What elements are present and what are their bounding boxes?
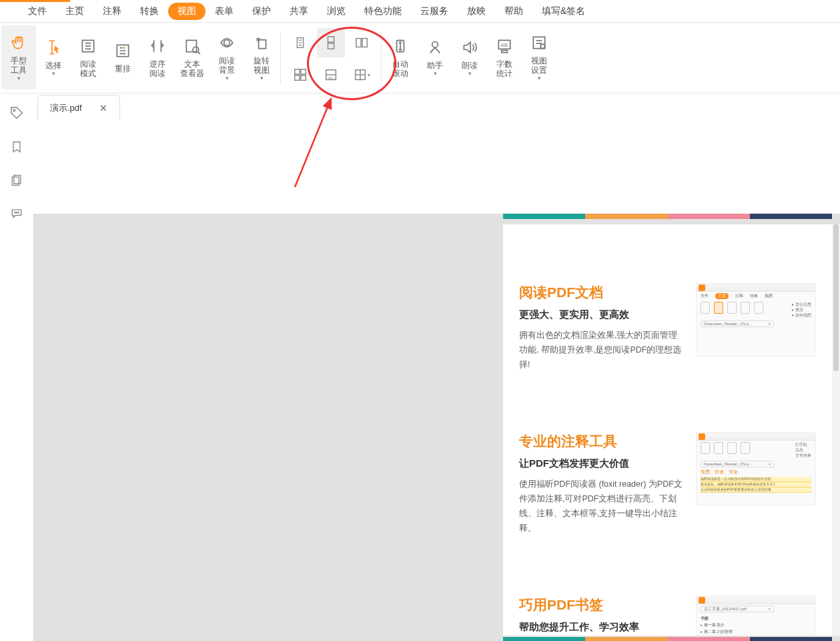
doc-section: 阅读PDF文档更强大、更实用、更高效拥有出色的文档渲染效果,强大的页面管理功能,… bbox=[519, 283, 816, 372]
section-body: 拥有出色的文档渲染效果,强大的页面管理功能, 帮助提升效率,是您阅读PDF的理想… bbox=[519, 328, 685, 372]
ribbon-label: 文本 查看器 bbox=[180, 59, 204, 78]
comment-icon[interactable] bbox=[10, 207, 23, 220]
workarea: ▶ 阅读PDF文档更强大、更实用、更高效拥有出色的文档渲染效果,强大的页面管理功… bbox=[0, 93, 840, 641]
ribbon-reflow[interactable]: 重排 bbox=[105, 25, 140, 89]
svg-rect-9 bbox=[259, 40, 266, 49]
ribbon-read-aloud[interactable]: 朗读▾ bbox=[452, 25, 487, 89]
svg-rect-33 bbox=[533, 37, 544, 48]
menu-浏览[interactable]: 浏览 bbox=[318, 1, 355, 21]
assistant-icon bbox=[426, 38, 444, 57]
svg-point-43 bbox=[18, 212, 19, 213]
ribbon-read-bg[interactable]: 阅读 背景▾ bbox=[209, 25, 244, 89]
section-subtitle: 更强大、更实用、更高效 bbox=[519, 308, 685, 321]
menu-云服务[interactable]: 云服务 bbox=[411, 1, 458, 21]
svg-point-41 bbox=[15, 212, 15, 213]
menu-放映[interactable]: 放映 bbox=[458, 1, 495, 21]
ribbon-view-settings[interactable]: 视图 设置▾ bbox=[522, 25, 556, 89]
rotate-view-icon bbox=[252, 33, 271, 52]
reflow-icon bbox=[113, 41, 132, 60]
ribbon-label: 自动 滚动 bbox=[392, 59, 408, 78]
ribbon-label: 旋转 视图 bbox=[254, 56, 270, 75]
menu-注释[interactable]: 注释 bbox=[93, 1, 131, 21]
layout-continuous[interactable] bbox=[317, 28, 345, 57]
layout-facing-cont[interactable] bbox=[286, 60, 314, 89]
page-layout-grid: Rn ▾ bbox=[282, 25, 380, 91]
svg-point-38 bbox=[13, 110, 15, 112]
page-rule-bottom bbox=[503, 637, 832, 641]
ribbon: 手型 工具▾选择▾阅读 模式重排逆序 阅读文本 查看器阅读 背景▾旋转 视图▾R… bbox=[0, 23, 840, 93]
svg-rect-17 bbox=[362, 39, 367, 47]
ribbon-label: 重排 bbox=[115, 64, 131, 73]
scrollbar-thumb[interactable] bbox=[833, 224, 839, 371]
svg-point-29 bbox=[432, 41, 438, 47]
section-title: 阅读PDF文档 bbox=[519, 283, 685, 302]
chevron-down-icon: ▾ bbox=[226, 75, 229, 81]
layout-facing[interactable] bbox=[348, 28, 376, 57]
text-viewer-icon bbox=[183, 37, 201, 55]
menu-主页[interactable]: 主页 bbox=[56, 1, 93, 21]
svg-rect-20 bbox=[295, 75, 300, 80]
ribbon-rotate-view[interactable]: 旋转 视图▾ bbox=[244, 25, 279, 89]
ribbon-auto-scroll[interactable]: 自动 滚动 bbox=[383, 25, 418, 89]
page-rule-top bbox=[503, 214, 832, 219]
ribbon-label: 阅读 背景 bbox=[219, 56, 235, 75]
svg-text:AB: AB bbox=[501, 42, 508, 48]
section-title: 专业的注释工具 bbox=[519, 432, 685, 451]
svg-rect-14 bbox=[328, 37, 334, 42]
section-thumb: 文件主页注释转换视图▸ 适合页面▸ 重排▸ 旋转视图Datasheet_Read… bbox=[696, 283, 816, 357]
svg-rect-32 bbox=[502, 51, 508, 53]
ribbon-text-viewer[interactable]: 文本 查看器 bbox=[175, 25, 209, 89]
svg-point-36 bbox=[540, 44, 545, 49]
layout-split-h[interactable]: Rn bbox=[317, 60, 345, 89]
left-rail bbox=[0, 93, 33, 641]
menu-表单[interactable]: 表单 bbox=[205, 1, 243, 21]
section-thumb: 员工手册_20120917.pdf×书签第一章 简介第二章 入职管理第三章 使用… bbox=[696, 596, 816, 636]
menu-帮助[interactable]: 帮助 bbox=[495, 1, 532, 21]
pages-icon[interactable] bbox=[10, 174, 23, 187]
menu-保护[interactable]: 保护 bbox=[243, 1, 280, 21]
menu-视图[interactable]: 视图 bbox=[168, 3, 205, 20]
tag-icon[interactable] bbox=[9, 105, 24, 120]
select-icon bbox=[44, 38, 63, 57]
menu-填写&签名[interactable]: 填写&签名 bbox=[532, 1, 594, 21]
svg-rect-15 bbox=[328, 43, 334, 49]
document-canvas[interactable]: 阅读PDF文档更强大、更实用、更高效拥有出色的文档渲染效果,强大的页面管理功能,… bbox=[33, 214, 840, 641]
ribbon-label: 字数 统计 bbox=[496, 59, 512, 78]
scrollbar[interactable] bbox=[832, 224, 840, 636]
ribbon-reverse-read[interactable]: 逆序 阅读 bbox=[140, 25, 175, 89]
ribbon-select[interactable]: 选择▾ bbox=[36, 25, 71, 89]
page: 阅读PDF文档更强大、更实用、更高效拥有出色的文档渲染效果,强大的页面管理功能,… bbox=[503, 224, 832, 636]
ribbon-word-count[interactable]: AB字数 统计 bbox=[487, 25, 522, 89]
chevron-down-icon: ▾ bbox=[17, 75, 21, 81]
svg-point-42 bbox=[16, 212, 17, 213]
ribbon-label: 逆序 阅读 bbox=[149, 59, 165, 78]
menu-bar: 文件主页注释转换视图表单保护共享浏览特色功能云服务放映帮助填写&签名 bbox=[0, 0, 840, 23]
doc-section: 专业的注释工具让PDF文档发挥更大价值使用福昕PDF阅读器 (foxit rea… bbox=[519, 432, 816, 536]
chevron-down-icon: ▾ bbox=[434, 70, 437, 77]
menu-文件[interactable]: 文件 bbox=[19, 1, 56, 21]
ribbon-read-mode[interactable]: 阅读 模式 bbox=[71, 25, 105, 89]
menu-转换[interactable]: 转换 bbox=[131, 1, 168, 21]
menu-共享[interactable]: 共享 bbox=[280, 1, 318, 21]
reverse-read-icon bbox=[148, 37, 167, 55]
layout-split-grid[interactable]: ▾ bbox=[348, 60, 376, 89]
ribbon-assistant[interactable]: 助手▾ bbox=[418, 25, 452, 89]
ribbon-label: 手型 工具 bbox=[11, 56, 27, 75]
read-aloud-icon bbox=[460, 38, 479, 57]
section-subtitle: 帮助您提升工作、学习效率 bbox=[519, 621, 685, 634]
menu-特色功能[interactable]: 特色功能 bbox=[355, 1, 411, 21]
svg-point-8 bbox=[224, 40, 230, 46]
ribbon-hand-tool[interactable]: 手型 工具▾ bbox=[1, 25, 36, 89]
section-thumb: 打字机高亮文件转换Datasheet_Reader_CN.p...×免费、快速、… bbox=[696, 432, 816, 505]
word-count-icon: AB bbox=[495, 37, 514, 55]
section-title: 巧用PDF书签 bbox=[519, 596, 685, 614]
layout-single-page[interactable] bbox=[286, 28, 314, 57]
ribbon-label: 选择 bbox=[45, 61, 61, 70]
ribbon-label: 助手 bbox=[427, 61, 443, 70]
bookmark-icon[interactable] bbox=[10, 140, 23, 154]
svg-rect-18 bbox=[295, 69, 300, 74]
read-mode-icon bbox=[79, 37, 97, 55]
ribbon-label: 视图 设置 bbox=[531, 56, 547, 75]
svg-rect-16 bbox=[356, 39, 361, 47]
svg-rect-5 bbox=[186, 40, 196, 51]
